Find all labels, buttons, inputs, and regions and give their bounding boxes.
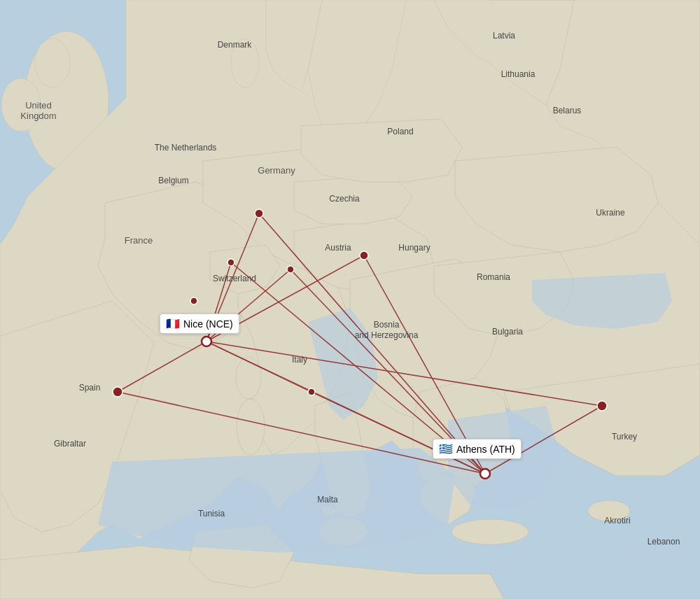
poland-label: Poland [387,127,413,136]
malta-label: Malta [317,495,338,505]
belarus-label: Belarus [553,106,582,115]
france-label: France [125,235,153,246]
akrotiri-label: Akrotiri [604,516,630,526]
czechia-label: Czechia [329,194,360,204]
svg-point-8 [237,399,265,455]
istanbul-waypoint [597,401,607,411]
netherlands-label: The Netherlands [155,143,217,153]
france-flag: 🇫🇷 [166,317,180,330]
uk-label2: Kingdom [20,111,56,121]
athens-airport-dot [480,469,490,479]
nice-city-name: Nice (NCE) [183,318,233,330]
nice-airport-dot [202,337,211,346]
lebanon-label: Lebanon [648,537,680,547]
zurich-waypoint [227,259,234,266]
bosnia-label: Bosnia [374,320,400,330]
munich-waypoint [255,209,263,218]
gibraltar-label: Gibraltar [54,439,86,449]
tunisia-label: Tunisia [198,509,225,519]
map-container: United Kingdom Denmark Latvia Lithuania … [0,0,700,599]
herzegovina-label: and Herzegovina [355,330,419,340]
greece-flag: 🇬🇷 [439,442,453,456]
svg-point-7 [236,357,261,399]
belgium-label: Belgium [158,176,188,185]
spain-label: Spain [79,383,101,393]
athens-city-name: Athens (ATH) [456,444,515,455]
latvia-label: Latvia [493,31,515,41]
denmark-label: Denmark [218,40,253,50]
lithuania-label: Lithuania [501,69,536,79]
germany-label: Germany [258,165,295,176]
nice-city-label: 🇫🇷 Nice (NCE) [160,313,239,334]
hungary-label: Hungary [398,243,430,253]
lyon-waypoint [190,297,197,304]
italy-label: Italy [292,355,307,365]
austria-label: Austria [325,243,351,253]
turkey-label: Turkey [612,432,637,442]
svg-point-3 [35,38,70,87]
uk-label: United [25,100,52,111]
romania-label: Romania [477,272,510,282]
barcelona-waypoint [113,387,122,397]
svg-point-11 [451,519,528,544]
switzerland-label: Switzerland [213,274,256,283]
ukraine-label: Ukraine [596,208,625,218]
athens-city-label: 🇬🇷 Athens (ATH) [433,439,522,459]
bulgaria-label: Bulgaria [492,327,523,337]
rome-waypoint [308,388,315,395]
vienna-waypoint [360,251,368,260]
budapest-waypoint [287,266,294,273]
